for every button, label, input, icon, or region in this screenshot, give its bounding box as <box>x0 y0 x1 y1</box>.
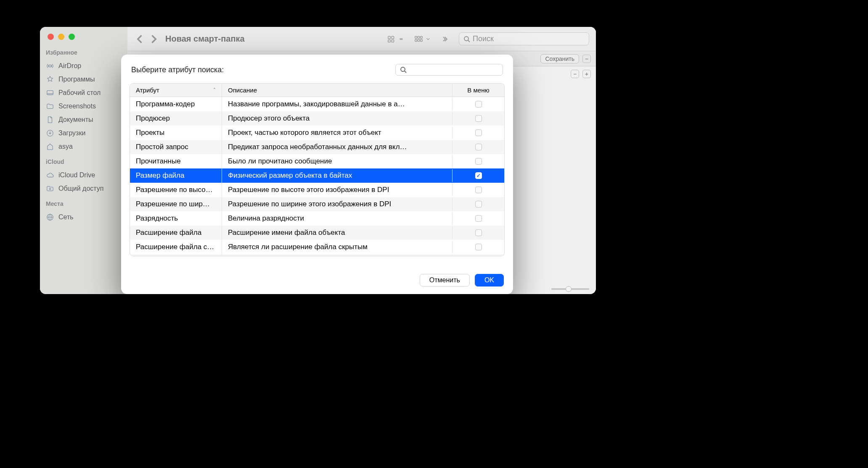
cell-description: Расширение имени файла объекта <box>222 226 452 240</box>
in-menu-checkbox[interactable] <box>475 158 482 165</box>
cell-in-menu <box>452 141 504 153</box>
in-menu-checkbox[interactable] <box>475 187 482 193</box>
view-icons-button[interactable] <box>387 35 403 43</box>
svg-rect-10 <box>392 36 394 39</box>
svg-rect-12 <box>392 39 394 42</box>
column-header-description[interactable]: Описание <box>222 84 452 97</box>
slider-track[interactable] <box>551 288 589 290</box>
cell-attribute: Разрешение по шир… <box>130 197 222 211</box>
cell-in-menu <box>452 98 504 110</box>
cell-description: Проект, частью которого является этот об… <box>222 126 452 140</box>
column-header-in-menu[interactable]: В меню <box>452 84 504 97</box>
in-menu-checkbox[interactable] <box>475 144 482 150</box>
in-menu-checkbox[interactable] <box>475 129 482 136</box>
sidebar-section-favorites: Избранное <box>46 49 122 56</box>
table-row[interactable]: РазрядностьВеличина разрядности <box>130 211 504 226</box>
back-button[interactable] <box>134 33 146 45</box>
minimize-button[interactable] <box>58 34 64 40</box>
cell-in-menu <box>452 112 504 125</box>
search-icon <box>463 36 470 42</box>
cell-description: Предикат запроса необработанных данных д… <box>222 140 452 154</box>
cloud-icon <box>46 171 54 179</box>
add-criterion-button[interactable]: + <box>582 70 591 78</box>
ok-button[interactable]: OK <box>475 274 504 287</box>
attribute-picker-sheet: Выберите атрибут поиска: Атрибут ˄ Описа… <box>121 55 513 294</box>
sidebar-item-desktop[interactable]: Рабочий стол <box>46 86 122 100</box>
in-menu-checkbox[interactable] <box>475 201 482 208</box>
in-menu-checkbox[interactable] <box>475 115 482 122</box>
sidebar-item-label: Программы <box>58 76 95 83</box>
cell-description: Является ли расширение файла скрытым <box>222 240 452 254</box>
svg-line-22 <box>405 71 406 73</box>
svg-point-19 <box>464 37 468 41</box>
svg-rect-14 <box>418 36 420 38</box>
cell-in-menu <box>452 241 504 253</box>
sidebar-item-folder[interactable]: Screenshots <box>46 100 122 113</box>
in-menu-checkbox[interactable] <box>475 172 482 179</box>
table-row[interactable]: ПроектыПроект, частью которого является … <box>130 126 504 140</box>
cell-description: Было ли прочитано сообщение <box>222 154 452 168</box>
slider-knob[interactable] <box>566 286 572 292</box>
column-header-attribute[interactable]: Атрибут ˄ <box>130 84 222 97</box>
sidebar-item-shared[interactable]: Общий доступ <box>46 182 122 195</box>
cell-attribute: Программа-кодер <box>130 97 222 111</box>
save-smartfolder-button[interactable]: Сохранить <box>540 54 579 63</box>
svg-rect-16 <box>415 39 417 41</box>
table-row[interactable]: Расширение файла с…Является ли расширени… <box>130 240 504 254</box>
sidebar-item-download[interactable]: Загрузки <box>46 126 122 140</box>
remove-criteria-button[interactable]: − <box>582 55 591 63</box>
in-menu-checkbox[interactable] <box>475 101 482 108</box>
table-row[interactable]: Расширение файлаРасширение имени файла о… <box>130 226 504 240</box>
in-menu-checkbox[interactable] <box>475 229 482 236</box>
table-row[interactable]: Программа-кодерНазвание программы, закод… <box>130 97 504 111</box>
shared-icon <box>46 184 54 193</box>
sidebar-item-airdrop[interactable]: AirDrop <box>46 59 122 73</box>
table-row[interactable]: Разрешение по высо…Разрешение по высоте … <box>130 183 504 197</box>
cell-in-menu <box>452 155 504 168</box>
sidebar-item-home[interactable]: asya <box>46 140 122 153</box>
remove-criterion-button[interactable]: − <box>571 70 579 78</box>
close-button[interactable] <box>48 34 54 40</box>
search-field[interactable]: Поиск <box>459 32 589 45</box>
cell-attribute: Продюсер <box>130 111 222 126</box>
cancel-button[interactable]: Отменить <box>420 274 470 287</box>
table-row[interactable]: РегионСтрана, регион или место, где был … <box>130 254 504 256</box>
sort-asc-icon: ˄ <box>213 87 216 93</box>
group-button[interactable] <box>414 35 430 43</box>
modal-search-field[interactable] <box>395 64 503 76</box>
desktop-icon <box>46 89 54 97</box>
table-row[interactable]: Разрешение по шир…Разрешение по ширине э… <box>130 197 504 211</box>
more-toolbar-button[interactable] <box>441 36 448 42</box>
cell-in-menu <box>452 226 504 239</box>
in-menu-checkbox[interactable] <box>475 215 482 222</box>
sidebar-item-doc[interactable]: Документы <box>46 113 122 126</box>
table-row[interactable]: ПрочитанныеБыло ли прочитано сообщение <box>130 154 504 168</box>
table-row[interactable]: Размер файлаФизический размер объекта в … <box>130 168 504 183</box>
window-title: Новая смарт-папка <box>165 34 381 44</box>
network-icon <box>46 213 54 221</box>
modal-header: Выберите атрибут поиска: <box>121 55 513 83</box>
maximize-button[interactable] <box>69 34 75 40</box>
sidebar-item-label: Рабочий стол <box>58 89 101 97</box>
sidebar-section-places: Места <box>46 200 122 207</box>
sidebar-item-network[interactable]: Сеть <box>46 210 122 224</box>
cell-in-menu <box>452 184 504 196</box>
sidebar-item-apps[interactable]: Программы <box>46 73 122 86</box>
cell-attribute: Размер файла <box>130 168 222 183</box>
cell-attribute: Разрядность <box>130 211 222 226</box>
table-row[interactable]: Простой запросПредикат запроса необработ… <box>130 140 504 154</box>
svg-rect-13 <box>415 36 417 38</box>
cell-description: Разрешение по высоте этого изображения в… <box>222 183 452 197</box>
in-menu-checkbox[interactable] <box>475 244 482 250</box>
sidebar-item-cloud[interactable]: iCloud Drive <box>46 168 122 182</box>
home-icon <box>46 142 54 151</box>
cell-in-menu <box>452 169 504 182</box>
search-icon <box>400 66 407 73</box>
zoom-slider[interactable] <box>551 288 589 290</box>
search-placeholder: Поиск <box>473 34 494 43</box>
svg-point-0 <box>49 65 51 67</box>
table-row[interactable]: ПродюсерПродюсер этого объекта <box>130 111 504 126</box>
doc-icon <box>46 116 54 124</box>
svg-line-20 <box>468 40 470 42</box>
forward-button[interactable] <box>148 33 159 45</box>
